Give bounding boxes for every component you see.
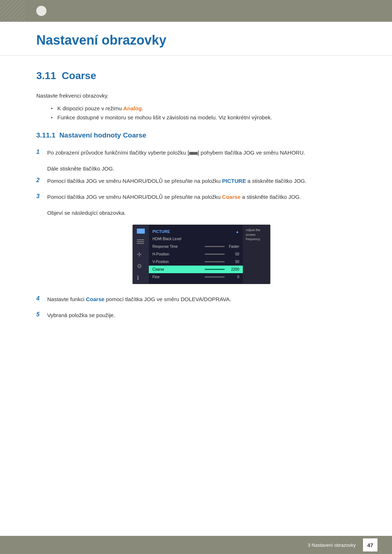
menu-item-hdmi: HDMI Black Level (149, 235, 243, 243)
step-number-3: 3 (36, 193, 47, 200)
footer-page-number: 47 (363, 538, 377, 551)
step-3: 3 Pomocí tlačítka JOG ve směru NAHORU/DO… (36, 193, 356, 201)
step-2: 2 Pomocí tlačítka JOG ve směru NAHORU/DO… (36, 177, 356, 185)
top-bar (0, 0, 392, 22)
step-content-2: Pomocí tlačítka JOG ve směru NAHORU/DOLŮ… (47, 177, 356, 185)
bullet-list: K dispozici pouze v režimu Analog. Funkc… (51, 105, 356, 120)
list-item: K dispozici pouze v režimu Analog. (51, 105, 356, 111)
screen-mockup-wrapper: ✛ ⚙ ℹ PICTURE ▲ HDMI Black Level (47, 225, 356, 284)
step-3-sub: Objeví se následující obrazovka. (47, 209, 356, 217)
step-1: 1 Po zobrazení průvodce funkčními tlačít… (36, 148, 356, 157)
analog-highlight: Analog (123, 105, 142, 111)
sub-heading: 3.11.1 Nastavení hodnoty Coarse (36, 131, 356, 139)
page-title: Nastavení obrazovky (36, 33, 356, 48)
screen-help: Adjust the screen frequency. (243, 225, 270, 284)
hatch-decoration (0, 0, 25, 22)
menu-item-hpos: H-Position 50 (149, 250, 243, 258)
coarse-highlight-4: Coarse (86, 296, 105, 302)
screen-mockup: ✛ ⚙ ℹ PICTURE ▲ HDMI Black Level (132, 225, 270, 284)
page-title-section: Nastavení obrazovky (0, 22, 392, 56)
menu-item-fine: Fine 0 (149, 273, 243, 281)
gear-icon: ⚙ (137, 263, 145, 268)
section-heading: 3.11 Coarse (36, 70, 356, 82)
vpos-bar (205, 261, 225, 262)
fine-bar (205, 276, 225, 278)
picture-highlight: PICTURE (222, 178, 246, 184)
help-text: Adjust the screen frequency. (246, 228, 267, 242)
step-content-1: Po zobrazení průvodce funkčními tlačítky… (47, 148, 356, 157)
menu-arrow: ▲ (236, 230, 239, 234)
info-icon: ℹ (137, 274, 145, 280)
menu-item-vpos: V-Position 50 (149, 258, 243, 266)
menu-title: PICTURE ▲ (149, 228, 243, 235)
screen-sidebar: ✛ ⚙ ℹ (133, 225, 149, 284)
step-5: 5 Vybraná položka se použije. (36, 311, 356, 320)
page-footer: 3 Nastavení obrazovky 47 (0, 536, 392, 554)
step-number-4: 4 (36, 295, 47, 302)
svg-rect-1 (0, 0, 25, 22)
main-content: 3.11 Coarse Nastavte frekvenci obrazovky… (0, 56, 392, 356)
lines-icon (137, 239, 145, 245)
step-4: 4 Nastavte funkci Coarse pomocí tlačítka… (36, 295, 356, 304)
step-number-5: 5 (36, 311, 47, 318)
monitor-icon (137, 229, 145, 234)
step-number-2: 2 (36, 177, 47, 184)
menu-item-coarse: Coarse 2200 (149, 266, 243, 273)
coarse-bar (205, 269, 225, 270)
menu-item-response: Response Time Faster (149, 243, 243, 250)
steps-list: 1 Po zobrazení průvodce funkčními tlačít… (36, 148, 356, 320)
coarse-highlight-3: Coarse (222, 194, 241, 200)
top-bar-circle (36, 6, 46, 16)
screen-menu: PICTURE ▲ HDMI Black Level Response Time… (149, 225, 243, 284)
step-content-5: Vybraná položka se použije. (47, 311, 356, 320)
intro-text: Nastavte frekvenci obrazovky. (36, 93, 356, 99)
step-number-1: 1 (36, 149, 47, 155)
step-1-sub: Dále stiskněte tlačítko JOG. (47, 164, 356, 173)
hpos-bar (205, 254, 225, 255)
list-item: Funkce dostupné v monitoru se mohou liši… (51, 114, 356, 120)
response-bar (205, 246, 225, 247)
step-content-4: Nastavte funkci Coarse pomocí tlačítka J… (47, 295, 356, 304)
step-content-3: Pomocí tlačítka JOG ve směru NAHORU/DOLŮ… (47, 193, 356, 201)
footer-section-text: 3 Nastavení obrazovky (308, 542, 356, 548)
cross-icon: ✛ (137, 251, 145, 257)
